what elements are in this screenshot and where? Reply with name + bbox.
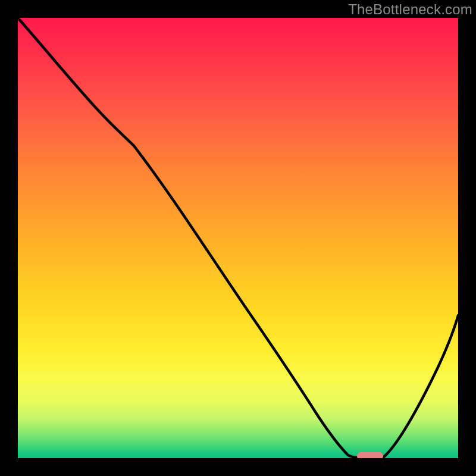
chart-curve-svg bbox=[18, 18, 458, 458]
bottleneck-curve bbox=[18, 18, 458, 458]
chart-frame: TheBottleneck.com bbox=[0, 0, 476, 476]
chart-plot-area bbox=[18, 18, 458, 458]
watermark-text: TheBottleneck.com bbox=[348, 1, 472, 18]
minimum-marker bbox=[357, 452, 383, 458]
